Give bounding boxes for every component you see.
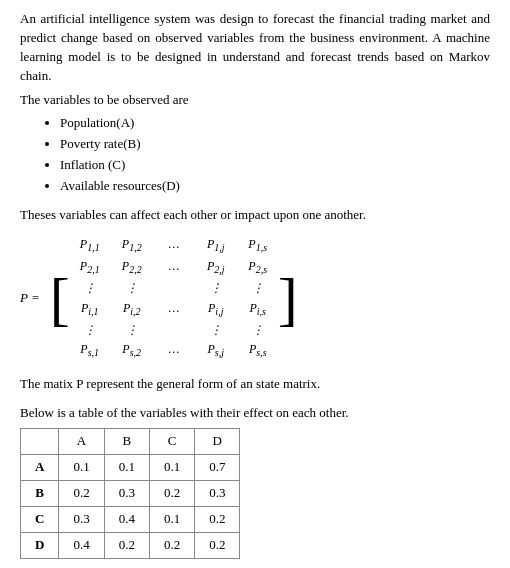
table-desc: Below is a table of the variables with t…	[20, 404, 490, 423]
list-item: Poverty rate(B)	[60, 135, 490, 154]
cell: ⋮	[76, 322, 104, 339]
cell: P2,j	[202, 258, 230, 278]
cell: …	[160, 341, 188, 361]
cell: ⋮	[244, 280, 272, 297]
variables-list: Population(A) Poverty rate(B) Inflation …	[20, 114, 490, 195]
cell: ⋮	[202, 322, 230, 339]
cell: P1,s	[244, 236, 272, 256]
cell: 0.2	[59, 481, 104, 507]
cell: …	[160, 258, 188, 278]
cell: Pi,j	[202, 300, 230, 320]
p-matrix-container: P = [ P1,1 P1,2 … P1,j P1,s P2,1 P2,2 … …	[20, 232, 490, 364]
list-item: Available resources(D)	[60, 177, 490, 196]
cell: 0.1	[59, 455, 104, 481]
cell: 0.2	[149, 481, 194, 507]
cell: P2,s	[244, 258, 272, 278]
cell: 0.2	[195, 532, 240, 558]
list-item: Population(A)	[60, 114, 490, 133]
cell: 0.1	[149, 507, 194, 533]
cell: …	[160, 236, 188, 256]
cell: 0.1	[149, 455, 194, 481]
col-header-d: D	[195, 429, 240, 455]
cell: Ps,j	[202, 341, 230, 361]
cell: 0.4	[104, 507, 149, 533]
table-header-row: A B C D	[21, 429, 240, 455]
cell: Ps,2	[118, 341, 146, 361]
cell: ⋮	[118, 322, 146, 339]
cell: P2,1	[76, 258, 104, 278]
cell: 0.2	[195, 507, 240, 533]
cell: 0.1	[104, 455, 149, 481]
cell	[160, 280, 188, 297]
theses-text: Theses variables can affect each other o…	[20, 206, 490, 225]
col-header-empty	[21, 429, 59, 455]
row-label: B	[21, 481, 59, 507]
list-item: Inflation (C)	[60, 156, 490, 175]
matrix-p-inner: P1,1 P1,2 … P1,j P1,s P2,1 P2,2 … P2,j P…	[70, 232, 278, 364]
col-header-b: B	[104, 429, 149, 455]
cell: Ps,1	[76, 341, 104, 361]
table-row: D 0.4 0.2 0.2 0.2	[21, 532, 240, 558]
cell: Ps,s	[244, 341, 272, 361]
cell: …	[160, 300, 188, 320]
bracket-left: [	[50, 269, 70, 329]
table-row: C 0.3 0.4 0.1 0.2	[21, 507, 240, 533]
cell: Pi,s	[244, 300, 272, 320]
cell: ⋮	[76, 280, 104, 297]
cell: Pi,2	[118, 300, 146, 320]
table-row: B 0.2 0.3 0.2 0.3	[21, 481, 240, 507]
cell: P1,j	[202, 236, 230, 256]
cell: P1,2	[118, 236, 146, 256]
row-label: D	[21, 532, 59, 558]
intro-text: An artificial intelligence system was de…	[20, 10, 490, 85]
cell: 0.2	[149, 532, 194, 558]
cell: 0.3	[104, 481, 149, 507]
cell	[160, 322, 188, 339]
matrix-bracket: [ P1,1 P1,2 … P1,j P1,s P2,1 P2,2 … P2,j…	[50, 232, 298, 364]
matrix-p-label: P =	[20, 289, 40, 308]
col-header-c: C	[149, 429, 194, 455]
cell: 0.7	[195, 455, 240, 481]
cell: Pi,1	[76, 300, 104, 320]
effect-table: A B C D A 0.1 0.1 0.1 0.7 B 0.2 0.3 0.2 …	[20, 428, 240, 558]
cell: 0.3	[195, 481, 240, 507]
cell: 0.4	[59, 532, 104, 558]
bracket-right: ]	[278, 269, 298, 329]
cell: 0.2	[104, 532, 149, 558]
cell: ⋮	[118, 280, 146, 297]
variables-header: The variables to be observed are	[20, 91, 490, 110]
cell: ⋮	[202, 280, 230, 297]
row-label: A	[21, 455, 59, 481]
cell: P2,2	[118, 258, 146, 278]
cell: 0.3	[59, 507, 104, 533]
cell: ⋮	[244, 322, 272, 339]
col-header-a: A	[59, 429, 104, 455]
table-row: A 0.1 0.1 0.1 0.7	[21, 455, 240, 481]
cell: P1,1	[76, 236, 104, 256]
matrix-desc: The matix P represent the general form o…	[20, 375, 490, 394]
row-label: C	[21, 507, 59, 533]
